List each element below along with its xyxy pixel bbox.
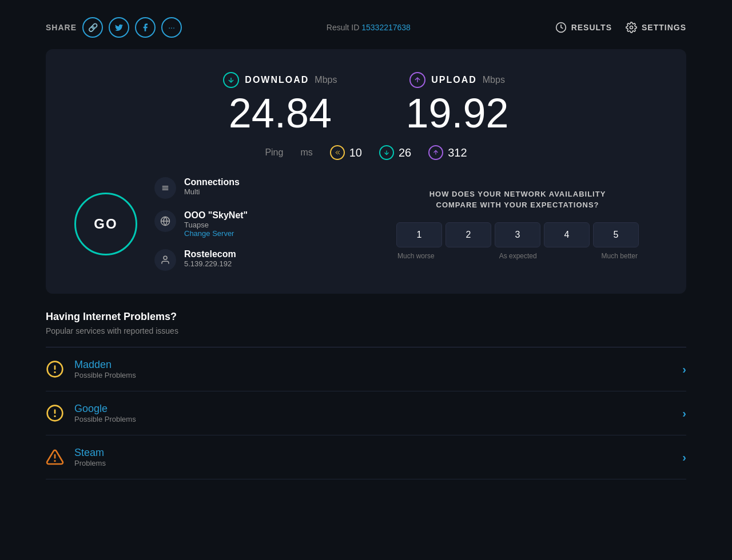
service-arrow-google: › <box>682 407 686 420</box>
upload-unit: Mbps <box>483 75 505 85</box>
server-row: OOO "SkyNet" Tuapse Change Server <box>154 210 248 238</box>
service-info-madden: Madden Possible Problems <box>74 359 136 379</box>
share-facebook-button[interactable] <box>135 17 156 38</box>
service-icon-google <box>46 404 64 422</box>
rating-btn-1[interactable]: 1 <box>396 222 442 247</box>
svg-point-11 <box>164 256 167 259</box>
results-button[interactable]: RESULTS <box>555 22 612 33</box>
download-icon <box>223 72 239 88</box>
connections-label: Connections <box>184 177 240 187</box>
jitter-up-value: 312 <box>448 146 467 159</box>
download-unit: Mbps <box>315 75 337 85</box>
server-location: Tuapse <box>184 221 248 229</box>
share-link-button[interactable]: 🔗 <box>82 17 103 38</box>
service-item-google[interactable]: Google Possible Problems › <box>46 391 686 435</box>
isp-row: Rostelecom 5.139.229.192 <box>154 249 248 271</box>
results-label: RESULTS <box>571 23 612 32</box>
isp-ip: 5.139.229.192 <box>184 259 236 268</box>
speed-row: DOWNLOAD Mbps 24.84 UPLOAD Mbps 19.92 <box>74 72 658 134</box>
ping-value-item: 10 <box>330 145 362 160</box>
download-label: DOWNLOAD <box>245 75 309 85</box>
share-section: SHARE 🔗 ··· <box>46 17 182 38</box>
service-arrow-madden: › <box>682 363 686 376</box>
service-name-google: Google <box>74 403 136 415</box>
ping-label: Ping <box>265 147 283 158</box>
service-left-madden: Madden Possible Problems <box>46 359 136 379</box>
problems-subtitle: Popular services with reported issues <box>46 326 686 335</box>
server-info: Connections Multi OOO "SkyNet" Tuapse Ch… <box>154 177 248 271</box>
rating-label-high: Much better <box>602 252 638 260</box>
right-panel: HOW DOES YOUR NETWORK AVAILABILITY COMPA… <box>377 177 658 271</box>
go-button[interactable]: GO <box>74 193 137 255</box>
problems-section: Having Internet Problems? Popular servic… <box>46 311 686 479</box>
service-status-madden: Possible Problems <box>74 371 136 379</box>
connections-text: Connections Multi <box>184 177 240 196</box>
left-panel: GO Connections Multi <box>74 177 355 271</box>
download-value: 24.84 <box>223 93 337 134</box>
rating-buttons: 1 2 3 4 5 <box>396 222 639 247</box>
download-block: DOWNLOAD Mbps 24.84 <box>223 72 337 134</box>
upload-label-row: UPLOAD Mbps <box>405 72 508 88</box>
settings-label: SETTINGS <box>642 23 686 32</box>
ping-row: Ping ms 10 26 312 <box>74 145 658 160</box>
jitter-up-icon <box>428 145 443 160</box>
download-label-row: DOWNLOAD Mbps <box>223 72 337 88</box>
service-name-madden: Madden <box>74 359 136 371</box>
share-label: SHARE <box>46 23 77 32</box>
ping-icon <box>330 145 345 160</box>
service-name-steam: Steam <box>74 447 106 459</box>
service-arrow-steam: › <box>682 451 686 464</box>
share-twitter-button[interactable] <box>109 17 129 38</box>
service-info-google: Google Possible Problems <box>74 403 136 423</box>
share-more-button[interactable]: ··· <box>161 17 182 38</box>
service-item-madden[interactable]: Madden Possible Problems › <box>46 347 686 391</box>
jitter-up-item: 312 <box>428 145 467 160</box>
upload-value: 19.92 <box>405 93 508 134</box>
service-status-steam: Problems <box>74 459 106 467</box>
service-left-google: Google Possible Problems <box>46 403 136 423</box>
change-server-link[interactable]: Change Server <box>184 229 248 238</box>
upload-block: UPLOAD Mbps 19.92 <box>405 72 508 134</box>
bottom-section: GO Connections Multi <box>74 177 658 271</box>
server-globe-icon <box>154 210 176 232</box>
isp-text: Rostelecom 5.139.229.192 <box>184 249 236 268</box>
connections-row: Connections Multi <box>154 177 248 199</box>
rating-btn-4[interactable]: 4 <box>544 222 590 247</box>
ping-value: 10 <box>349 146 362 159</box>
top-bar: SHARE 🔗 ··· Result ID 15332217638 RESULT… <box>0 0 732 49</box>
isp-name: Rostelecom <box>184 249 236 259</box>
main-card: DOWNLOAD Mbps 24.84 UPLOAD Mbps 19.92 Pi… <box>46 49 686 294</box>
service-icon-madden <box>46 360 64 378</box>
connections-type: Multi <box>184 187 240 196</box>
rating-btn-3[interactable]: 3 <box>495 222 540 247</box>
server-name: OOO "SkyNet" <box>184 210 248 221</box>
settings-button[interactable]: SETTINGS <box>626 22 686 33</box>
problems-title: Having Internet Problems? <box>46 311 686 323</box>
rating-btn-5[interactable]: 5 <box>593 222 639 247</box>
rating-label-mid: As expected <box>499 252 537 260</box>
result-id-label: Result ID <box>327 23 360 32</box>
jitter-down-icon <box>379 145 394 160</box>
ping-unit: ms <box>300 147 312 158</box>
service-info-steam: Steam Problems <box>74 447 106 467</box>
svg-point-1 <box>630 26 632 29</box>
nav-section: RESULTS SETTINGS <box>555 22 686 33</box>
result-id-link[interactable]: 15332217638 <box>361 23 411 32</box>
upload-label: UPLOAD <box>431 75 477 85</box>
rating-labels: Much worse As expected Much better <box>397 252 638 260</box>
server-text: OOO "SkyNet" Tuapse Change Server <box>184 210 248 238</box>
isp-icon <box>154 249 176 271</box>
service-left-steam: Steam Problems <box>46 447 106 467</box>
result-id-section: Result ID 15332217638 <box>327 23 411 32</box>
service-status-google: Possible Problems <box>74 415 136 423</box>
upload-icon <box>409 72 425 88</box>
jitter-down-item: 26 <box>379 145 411 160</box>
service-icon-steam <box>46 448 64 466</box>
rating-btn-2[interactable]: 2 <box>445 222 491 247</box>
connections-icon <box>154 177 176 199</box>
rating-question: HOW DOES YOUR NETWORK AVAILABILITY COMPA… <box>429 189 606 211</box>
rating-label-low: Much worse <box>397 252 435 260</box>
service-item-steam[interactable]: Steam Problems › <box>46 435 686 479</box>
jitter-down-value: 26 <box>399 146 411 159</box>
